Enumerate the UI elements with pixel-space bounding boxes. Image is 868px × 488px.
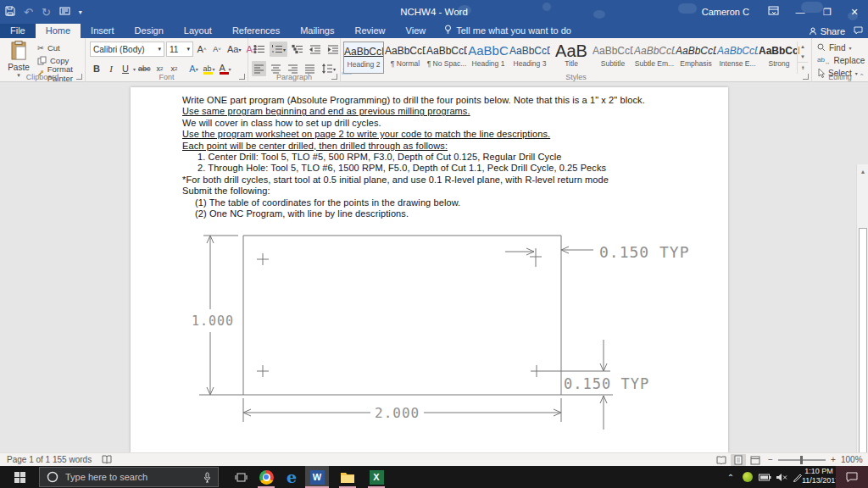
page-count[interactable]: Page 1 of 1	[7, 455, 50, 464]
redo-icon[interactable]: ↻	[42, 6, 51, 19]
cut-button[interactable]: ✂Cut	[37, 42, 85, 53]
hidden-icons-chevron[interactable]: ⌃	[722, 466, 739, 488]
task-view-button[interactable]	[229, 466, 253, 488]
numbering-icon[interactable]: ▾	[270, 42, 287, 57]
chrome-taskbar-icon[interactable]	[254, 466, 278, 488]
shrink-font-button[interactable]: A˅	[210, 42, 224, 57]
tab-layout[interactable]: Layout	[174, 24, 222, 38]
taskbar-search-input[interactable]: Type here to search	[39, 467, 219, 487]
edge-taskbar-icon[interactable]: e	[280, 466, 303, 488]
dim-width-label: 2.000	[375, 405, 420, 421]
read-mode-icon[interactable]	[714, 454, 729, 466]
taskbar-clock[interactable]: 1:10 PM 11/13/2017	[802, 467, 836, 485]
replace-button[interactable]: ab↔Replace	[817, 54, 865, 66]
drill-point-top-left	[257, 253, 269, 265]
zoom-slider-thumb[interactable]	[800, 456, 803, 464]
person-icon	[809, 27, 817, 36]
styles-scroll-down-icon[interactable]: ▼	[798, 52, 808, 62]
style-heading2[interactable]: AaBbCcIHeading 2	[343, 42, 384, 74]
search-icon	[817, 43, 826, 52]
style-emphasis[interactable]: AaBbCcDdEmphasis	[676, 42, 716, 74]
style-title[interactable]: AaBTitle	[551, 42, 592, 74]
document-canvas: Write ONE part program (Absolute Program…	[0, 82, 868, 452]
windows-logo-icon	[14, 472, 25, 483]
style-normal[interactable]: AaBbCcDd¶ Normal	[385, 42, 426, 74]
style-subtitle[interactable]: AaBbCcDSubtitle	[593, 42, 633, 74]
paragraph-dialog-launcher[interactable]	[331, 74, 337, 80]
style-heading3[interactable]: AaBbCcDHeading 3	[509, 42, 550, 74]
start-button[interactable]	[0, 466, 39, 488]
lightbulb-icon	[444, 24, 452, 38]
battery-tray-icon[interactable]	[756, 466, 773, 488]
zoom-level[interactable]: 100%	[841, 455, 863, 464]
styles-scroll-up-icon[interactable]: ▲	[798, 42, 808, 52]
tab-view[interactable]: View	[396, 24, 437, 38]
scrollbar-thumb[interactable]	[859, 228, 867, 452]
style-no-spacing[interactable]: AaBbCcDd¶ No Spac...	[426, 42, 467, 74]
group-styles: AaBbCcIHeading 2 AaBbCcDd¶ Normal AaBbCc…	[341, 38, 812, 82]
font-dialog-launcher[interactable]	[239, 74, 245, 80]
title-bar: NCHW4 - Word ↶ ↻ ▾ Cameron C — ❐ ✕	[0, 0, 868, 24]
print-layout-icon[interactable]	[731, 454, 746, 466]
status-bar: Page 1 of 1 155 words − + 100%	[0, 452, 868, 466]
style-subtle-emphasis[interactable]: AaBbCcDdSubtle Em...	[634, 42, 675, 74]
tab-review[interactable]: Review	[345, 24, 396, 38]
save-icon[interactable]	[5, 6, 15, 19]
multilevel-list-icon[interactable]	[290, 42, 305, 57]
antivirus-tray-icon[interactable]	[739, 466, 756, 488]
scroll-up-icon[interactable]: ▲	[858, 166, 868, 177]
tab-mailings[interactable]: Mailings	[290, 24, 344, 38]
clipboard-dialog-launcher[interactable]	[76, 74, 82, 80]
tell-me-box[interactable]: Tell me what you want to do	[436, 24, 580, 38]
change-case-button[interactable]: Aa▾	[225, 42, 242, 57]
feedback-icon[interactable]	[854, 26, 863, 36]
undo-icon[interactable]: ↶	[24, 6, 33, 19]
account-name[interactable]: Cameron C	[702, 7, 749, 17]
minimize-button[interactable]: —	[787, 0, 814, 24]
ribbon-tab-row: File Home Insert Design Layout Reference…	[0, 24, 868, 38]
font-size-select[interactable]: 11▾	[166, 42, 193, 57]
word-count[interactable]: 155 words	[53, 455, 92, 464]
replace-icon: ab↔	[817, 56, 831, 65]
zoom-in-button[interactable]: +	[831, 455, 836, 464]
tab-file[interactable]: File	[0, 24, 36, 38]
decrease-indent-icon[interactable]	[308, 42, 323, 57]
microphone-icon[interactable]	[203, 472, 211, 483]
taskbar: Type here to search e W X ⌃ 1:10 PM 11/1…	[0, 466, 868, 488]
drill-point-bottom-left	[257, 365, 269, 377]
style-strong[interactable]: AaBbCcDcStrong	[759, 42, 799, 74]
grow-font-button[interactable]: A˄	[195, 42, 209, 57]
file-explorer-taskbar-icon[interactable]	[336, 466, 359, 488]
document-page[interactable]: Write ONE part program (Absolute Program…	[131, 87, 728, 452]
collapse-ribbon-icon[interactable]: ⌃	[859, 73, 865, 80]
ribbon-display-options-icon[interactable]	[760, 0, 787, 24]
tab-references[interactable]: References	[222, 24, 290, 38]
tab-design[interactable]: Design	[125, 24, 174, 38]
share-button[interactable]: Share	[809, 26, 845, 36]
qat-dropdown-icon[interactable]: ▾	[79, 8, 82, 16]
volume-muted-tray-icon[interactable]	[773, 466, 790, 488]
dim-offset-bottom-label: 0.150 TYP	[564, 375, 649, 392]
find-button[interactable]: Find▾	[817, 42, 865, 53]
bullets-icon[interactable]	[252, 42, 267, 57]
styles-more-icon[interactable]: ⇟	[798, 62, 808, 74]
tab-home[interactable]: Home	[36, 24, 81, 38]
zoom-out-button[interactable]: −	[768, 455, 773, 464]
styles-dialog-launcher[interactable]	[803, 74, 809, 80]
style-intense-emphasis[interactable]: AaBbCcDdIntense E...	[717, 42, 758, 74]
increase-indent-icon[interactable]	[326, 42, 341, 57]
tab-insert[interactable]: Insert	[81, 24, 125, 38]
ribbon: Paste ▾ ✂Cut Copy Format Painter Clipboa…	[0, 38, 868, 82]
maximize-button[interactable]: ❐	[814, 0, 841, 24]
font-name-select[interactable]: Calibri (Body)▾	[90, 42, 164, 57]
proofing-status-icon[interactable]	[102, 455, 112, 466]
vertical-scrollbar[interactable]: ▲ ▼	[856, 164, 868, 452]
web-layout-icon[interactable]	[748, 454, 763, 466]
word-taskbar-icon[interactable]: W	[305, 466, 329, 488]
excel-taskbar-icon[interactable]: X	[364, 466, 388, 488]
style-heading1[interactable]: AaBbCHeading 1	[468, 42, 509, 74]
close-button[interactable]: ✕	[841, 0, 868, 24]
touch-mode-icon[interactable]	[59, 6, 70, 19]
action-center-button[interactable]	[836, 466, 868, 488]
zoom-slider[interactable]	[778, 459, 826, 461]
